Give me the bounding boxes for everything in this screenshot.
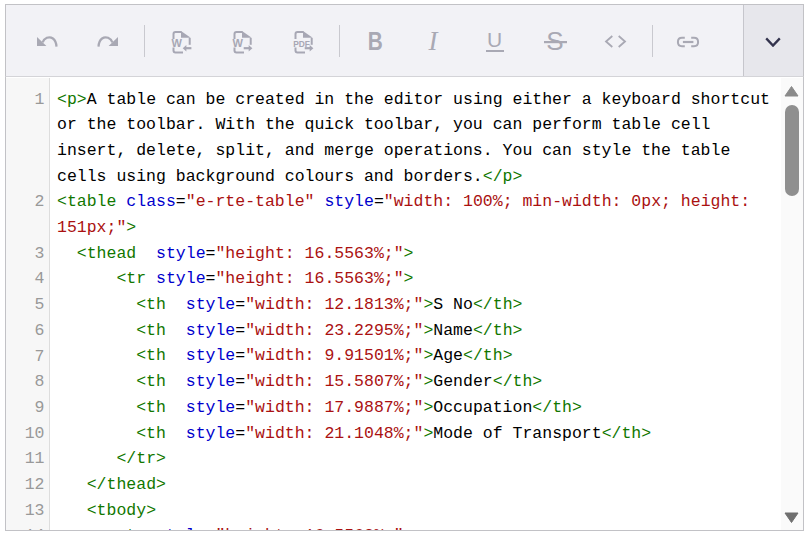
svg-text:W: W — [172, 37, 183, 49]
svg-text:W: W — [233, 37, 244, 49]
